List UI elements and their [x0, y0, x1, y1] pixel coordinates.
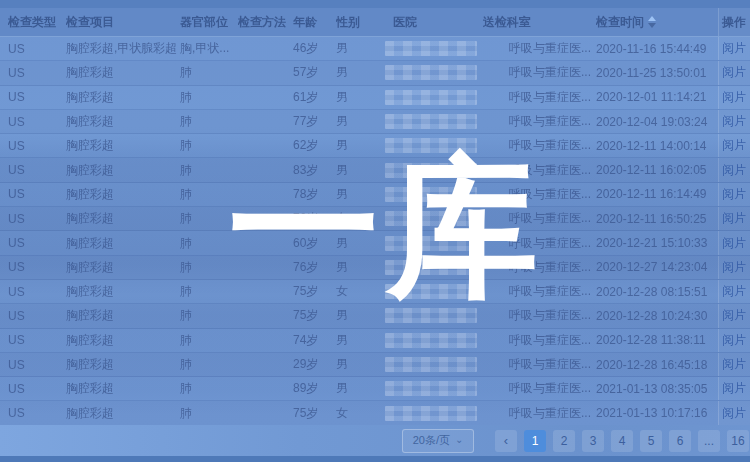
column-header-dept: 送检科室: [483, 14, 596, 31]
view-image-link[interactable]: 阅片: [722, 186, 746, 203]
cell-hospital: [385, 114, 483, 129]
cell-dept: 呼吸与重症医...: [483, 40, 596, 57]
cell-type: US: [8, 260, 66, 274]
cell-age: 77岁: [293, 113, 336, 130]
cell-action: 阅片: [718, 158, 750, 181]
page-buttons: 123456...16: [517, 430, 749, 452]
view-image-link[interactable]: 阅片: [722, 162, 746, 179]
view-image-link[interactable]: 阅片: [722, 137, 746, 154]
cell-age: 61岁: [293, 89, 336, 106]
page-button-4[interactable]: 4: [611, 430, 633, 452]
sort-caret-icon[interactable]: [648, 16, 656, 28]
cell-hospital: [385, 357, 483, 372]
cell-item: 胸腔彩超: [66, 210, 180, 227]
page-button-2[interactable]: 2: [553, 430, 575, 452]
table-row: US胸腔彩超肺57岁男呼吸与重症医...2020-11-25 13:50:01阅…: [0, 61, 750, 85]
page-size-select[interactable]: 20条/页 ⌄: [402, 429, 474, 453]
cell-action: 阅片: [718, 207, 750, 230]
cell-item: 胸腔彩超: [66, 259, 180, 276]
cell-item: 胸腔彩超: [66, 332, 180, 349]
cell-hospital: [385, 65, 483, 80]
column-header-age: 年龄: [293, 14, 336, 31]
page-button-16[interactable]: 16: [727, 430, 749, 452]
exam-records-page: 检查类型检查项目器官部位检查方法年龄性别医院送检科室检查时间操作 US胸腔彩超,…: [0, 0, 750, 462]
cell-type: US: [8, 309, 66, 323]
cell-organ: 肺: [180, 89, 238, 106]
cell-time: 2020-12-21 15:10:33: [596, 236, 718, 250]
table-row: US胸腔彩超肺61岁男呼吸与重症医...2020-12-01 11:14:21阅…: [0, 86, 750, 110]
cell-organ: 肺: [180, 356, 238, 373]
view-image-link[interactable]: 阅片: [722, 235, 746, 252]
redacted-hospital-block: [385, 114, 477, 129]
column-header-time[interactable]: 检查时间: [596, 14, 718, 31]
cell-item: 胸腔彩超: [66, 307, 180, 324]
cell-action: 阅片: [718, 231, 750, 254]
table-row: US胸腔彩超肺74岁男呼吸与重症医...2020-12-28 11:38:11阅…: [0, 329, 750, 353]
cell-type: US: [8, 66, 66, 80]
cell-type: US: [8, 333, 66, 347]
view-image-link[interactable]: 阅片: [722, 113, 746, 130]
cell-age: 74岁: [293, 332, 336, 349]
cell-type: US: [8, 358, 66, 372]
page-button-5[interactable]: 5: [640, 430, 662, 452]
column-header-item: 检查项目: [66, 14, 180, 31]
cell-action: 阅片: [718, 134, 750, 157]
cell-gender: 男: [336, 64, 385, 81]
bottom-strip: [0, 456, 750, 462]
view-image-link[interactable]: 阅片: [722, 259, 746, 276]
cell-hospital: [385, 406, 483, 421]
redacted-hospital-block: [385, 333, 477, 348]
cell-action: 阅片: [718, 353, 750, 376]
cell-action: 阅片: [718, 377, 750, 400]
page-more-button[interactable]: ...: [698, 430, 720, 452]
view-image-link[interactable]: 阅片: [722, 64, 746, 81]
view-image-link[interactable]: 阅片: [722, 380, 746, 397]
cell-dept: 呼吸与重症医...: [483, 113, 596, 130]
cell-type: US: [8, 42, 66, 56]
cell-gender: 男: [336, 356, 385, 373]
page-button-3[interactable]: 3: [582, 430, 604, 452]
cell-item: 胸腔彩超: [66, 283, 180, 300]
cell-organ: 胸,甲状...: [180, 40, 238, 57]
view-image-link[interactable]: 阅片: [722, 210, 746, 227]
cell-hospital: [385, 90, 483, 105]
cell-time: 2020-12-04 19:03:24: [596, 115, 718, 129]
column-header-type: 检查类型: [8, 14, 66, 31]
cell-age: 57岁: [293, 64, 336, 81]
cell-item: 胸腔彩超: [66, 64, 180, 81]
cell-item: 胸腔彩超: [66, 162, 180, 179]
cell-hospital: [385, 381, 483, 396]
cell-dept: 呼吸与重症医...: [483, 356, 596, 373]
view-image-link[interactable]: 阅片: [722, 356, 746, 373]
column-header-gender: 性别: [336, 14, 385, 31]
view-image-link[interactable]: 阅片: [722, 307, 746, 324]
column-header-organ: 器官部位: [180, 14, 238, 31]
cell-dept: 呼吸与重症医...: [483, 64, 596, 81]
cell-type: US: [8, 236, 66, 250]
view-image-link[interactable]: 阅片: [722, 40, 746, 57]
cell-time: 2020-11-25 13:50:01: [596, 66, 718, 80]
pagination: 20条/页 ⌄ ‹ 123456...16: [0, 425, 750, 456]
cell-item: 胸腔彩超: [66, 89, 180, 106]
table-row: US胸腔彩超肺77岁男呼吸与重症医...2020-12-04 19:03:24阅…: [0, 110, 750, 134]
cell-time: 2020-12-27 14:23:04: [596, 260, 718, 274]
view-image-link[interactable]: 阅片: [722, 283, 746, 300]
view-image-link[interactable]: 阅片: [722, 332, 746, 349]
cell-time: 2020-12-11 16:50:25: [596, 212, 718, 226]
cell-time: 2020-12-01 11:14:21: [596, 90, 718, 104]
table-row: US胸腔彩超,甲状腺彩超胸,甲状...46岁男呼吸与重症医...2020-11-…: [0, 37, 750, 61]
cell-item: 胸腔彩超,甲状腺彩超: [66, 40, 180, 57]
page-button-1[interactable]: 1: [524, 430, 546, 452]
prev-page-button[interactable]: ‹: [495, 430, 517, 452]
cell-gender: 男: [336, 332, 385, 349]
column-header-hospital: 医院: [385, 14, 483, 31]
cell-time: 2020-11-16 15:44:49: [596, 42, 718, 56]
column-header-method: 检查方法: [238, 14, 293, 31]
view-image-link[interactable]: 阅片: [722, 405, 746, 422]
redacted-hospital-block: [385, 381, 477, 396]
view-image-link[interactable]: 阅片: [722, 89, 746, 106]
cell-dept: 呼吸与重症医...: [483, 89, 596, 106]
cell-gender: 男: [336, 40, 385, 57]
page-button-6[interactable]: 6: [669, 430, 691, 452]
redacted-hospital-block: [385, 41, 477, 56]
